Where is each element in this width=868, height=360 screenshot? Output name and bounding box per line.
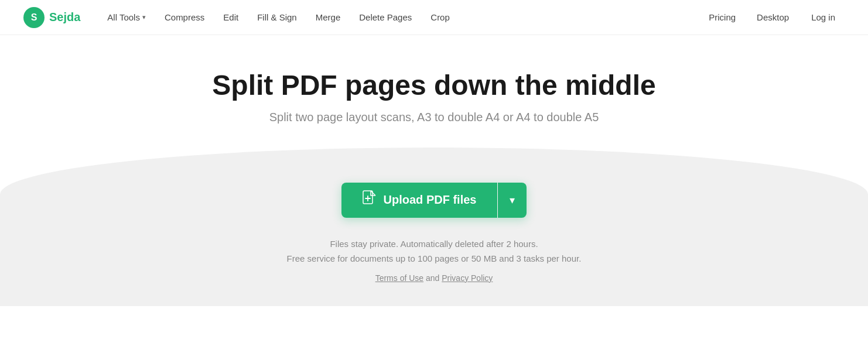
pdf-file-icon [363,190,377,210]
logo-icon: S [23,7,45,28]
nav-desktop[interactable]: Desktop [749,8,797,27]
upload-button-label: Upload PDF files [384,193,477,207]
upload-pdf-button[interactable]: Upload PDF files [341,183,498,218]
login-button[interactable]: Log in [802,8,845,27]
nav-main: All Tools ▾ Compress Edit Fill & Sign Me… [99,8,700,27]
nav-all-tools[interactable]: All Tools ▾ [99,8,154,27]
nav-compress[interactable]: Compress [156,8,213,27]
hero-subtitle: Split two page layout scans, A3 to doubl… [0,111,868,124]
navbar: S Sejda All Tools ▾ Compress Edit Fill &… [0,0,868,35]
page-title: Split PDF pages down the middle [0,70,868,101]
chevron-down-icon: ▾ [510,194,515,207]
wave-container: Upload PDF files ▾ Files stay private. A… [0,148,868,306]
logo-text: Sejda [49,11,80,24]
upload-dropdown-button[interactable]: ▾ [498,183,527,218]
privacy-policy-link[interactable]: Privacy Policy [442,273,493,283]
nav-delete-pages[interactable]: Delete Pages [351,8,420,27]
wave-content: Upload PDF files ▾ Files stay private. A… [0,148,868,306]
chevron-down-icon: ▾ [142,13,146,21]
nav-crop[interactable]: Crop [422,8,458,27]
nav-right: Pricing Desktop Log in [700,8,845,27]
privacy-info: Files stay private. Automatically delete… [287,236,582,266]
nav-edit[interactable]: Edit [215,8,247,27]
logo[interactable]: S Sejda [23,7,80,28]
and-separator: and [426,273,442,283]
nav-merge[interactable]: Merge [307,8,349,27]
nav-pricing[interactable]: Pricing [700,8,744,27]
nav-fill-sign[interactable]: Fill & Sign [249,8,305,27]
terms-links-row: Terms of Use and Privacy Policy [375,273,493,283]
upload-button-group: Upload PDF files ▾ [341,183,527,218]
terms-of-use-link[interactable]: Terms of Use [375,273,423,283]
hero-section: Split PDF pages down the middle Split tw… [0,35,868,306]
